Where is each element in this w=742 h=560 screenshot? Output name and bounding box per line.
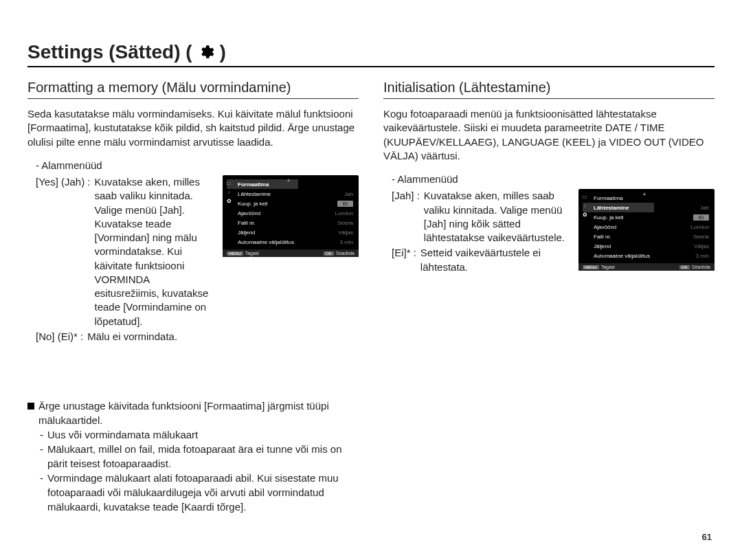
note-item: -Vormindage mälukaart alati fotoaparaadi… bbox=[40, 471, 359, 514]
formatting-submenus: - Alammenüüd [Yes] (Jah) : Kuvatakse ake… bbox=[27, 159, 359, 344]
lcd-menu-row: Automaatne väljalülitus3 min bbox=[227, 237, 355, 247]
back-label: Tagasi bbox=[601, 265, 615, 269]
lcd-side-icons: ▭ ♪ ✿ bbox=[225, 179, 232, 204]
formatting-intro: Seda kasutatakse mälu vormindamiseks. Ku… bbox=[27, 107, 359, 149]
lcd-item-value: Jah bbox=[700, 205, 709, 211]
init-no-desc: Setteid vaikeväärtustele ei lähtestata. bbox=[420, 246, 569, 274]
note-block: Ärge unustage käivitada funktsiooni [For… bbox=[27, 399, 359, 514]
yes-label: [Yes] (Jah) : bbox=[36, 175, 90, 328]
lcd-item-label: Ajavöönd bbox=[594, 224, 616, 230]
camera-lcd-formatting: ▴ ▭ ♪ ✿ FormaatimaLähtestamineJahKuup. j… bbox=[223, 175, 359, 257]
caret-up-icon: ▴ bbox=[287, 177, 290, 183]
lcd-menu-row: Formaatima bbox=[583, 193, 710, 203]
lcd-menu-row: Faili nr.Seeria bbox=[227, 218, 355, 227]
page-title-row: Settings (Sätted) ( ) bbox=[27, 41, 715, 67]
lcd-item-label: Ajavöönd bbox=[238, 210, 260, 216]
lcd-item-label: Jäljend bbox=[238, 229, 255, 236]
lcd-item-label: Faili nr. bbox=[594, 234, 611, 240]
note-lead-row: Ärge unustage käivitada funktsiooni [For… bbox=[27, 399, 359, 427]
lcd-item-label: Automaatne väljalülitus bbox=[238, 239, 294, 245]
init-yes-desc: Kuvatakse aken, milles saab valiku kinni… bbox=[424, 189, 569, 245]
gear-small-icon: ✿ bbox=[225, 197, 232, 204]
submenu-label-left: - Alammenüüd bbox=[27, 159, 359, 172]
lcd-menu-row: Formaatima bbox=[227, 179, 355, 189]
note-lead: Ärge unustage käivitada funktsiooni [For… bbox=[38, 399, 359, 427]
submenu-label-right: - Alammenüüd bbox=[383, 172, 715, 186]
lcd-menu-row: AjavööndLondon bbox=[583, 222, 710, 232]
init-intro: Kogu fotoaparaadi menüü ja funktsioonisä… bbox=[383, 107, 715, 163]
camera-lcd-init: ▴ ▭ ♪ ✿ FormaatimaLähtestamineJahKuup. j… bbox=[578, 189, 715, 271]
back-label: Tagasi bbox=[245, 251, 259, 256]
lcd-item-label: Formaatima bbox=[594, 195, 623, 201]
lcd-menu-row: AjavööndLondon bbox=[227, 208, 355, 218]
lcd-item-label: Faili nr. bbox=[238, 220, 256, 226]
yes-desc: Kuvatakse aken, milles saab valiku kinni… bbox=[94, 175, 213, 328]
lcd-item-value: Ei bbox=[693, 214, 709, 221]
no-desc: Mälu ei vormindata. bbox=[87, 330, 213, 344]
manual-page: Settings (Sätted) ( ) Formatting a memor… bbox=[0, 0, 742, 560]
set-label: Seadista bbox=[336, 251, 355, 256]
display-icon: ▭ bbox=[225, 179, 232, 186]
section-heading-formatting: Formatting a memory (Mälu vormindamine) bbox=[27, 80, 359, 99]
note-item-text: Uus või vormindamata mälukaart bbox=[47, 427, 198, 442]
lcd-item-label: Jäljend bbox=[594, 243, 611, 249]
dash-icon: - bbox=[40, 427, 43, 442]
lcd-menu-row: Kuup. ja kellEi bbox=[227, 199, 355, 208]
sound-icon: ♪ bbox=[581, 202, 588, 209]
display-icon: ▭ bbox=[581, 193, 588, 200]
lcd-footer: MENUTagasi OKSeadista bbox=[223, 249, 359, 257]
gear-icon bbox=[198, 44, 214, 60]
note-item-text: Mälukaart, millel on fail, mida fotoapar… bbox=[47, 442, 359, 471]
lcd-menu-row: Faili nr.Seeria bbox=[583, 232, 710, 241]
no-label: [No] (Ei)* : bbox=[36, 330, 83, 344]
ok-tag: OK bbox=[324, 251, 334, 256]
lcd-menu-row: Kuup. ja kellEi bbox=[583, 212, 710, 222]
left-column: Formatting a memory (Mälu vormindamine) … bbox=[27, 80, 359, 514]
note-items: -Uus või vormindamata mälukaart-Mälukaar… bbox=[27, 427, 359, 514]
lcd-item-label: Kuup. ja kell bbox=[238, 201, 268, 207]
formatting-yes-block: [Yes] (Jah) : Kuvatakse aken, milles saa… bbox=[27, 175, 213, 344]
lcd-item-value: London bbox=[335, 210, 353, 216]
dash-icon: - bbox=[40, 471, 43, 514]
note-item: -Mälukaart, millel on fail, mida fotoapa… bbox=[40, 442, 359, 471]
init-no-label: [Ei]* : bbox=[392, 246, 416, 274]
ok-tag: OK bbox=[679, 265, 690, 269]
lcd-item-value: 3 min bbox=[339, 239, 353, 245]
caret-up-icon: ▴ bbox=[643, 190, 646, 197]
lcd-item-value: 3 min bbox=[695, 253, 709, 259]
lcd-item-label: Lähtestamine bbox=[594, 205, 629, 211]
lcd-item-label: Lähtestamine bbox=[238, 191, 271, 197]
lcd-menu-row: Automaatne väljalülitus3 min bbox=[583, 251, 710, 260]
lcd-item-value: Seeria bbox=[693, 234, 709, 240]
note-item-text: Vormindage mälukaart alati fotoaparaadi … bbox=[47, 471, 359, 514]
lcd-item-value: Ei bbox=[337, 201, 353, 207]
square-bullet-icon bbox=[27, 403, 34, 410]
lcd-item-value: Väljas bbox=[338, 229, 353, 236]
lcd-menu-row: JäljendVäljas bbox=[583, 241, 710, 251]
init-submenus: - Alammenüüd [Jah] : Kuvatakse aken, mil… bbox=[383, 172, 715, 274]
lcd-menu-row: JäljendVäljas bbox=[227, 227, 355, 237]
sound-icon: ♪ bbox=[225, 188, 232, 195]
content-columns: Formatting a memory (Mälu vormindamine) … bbox=[27, 80, 715, 514]
init-options-text: [Jah] : Kuvatakse aken, milles saab vali… bbox=[383, 189, 569, 274]
page-title-text: Settings (Sätted) ( bbox=[27, 41, 192, 63]
page-title-close: ) bbox=[220, 41, 226, 63]
lcd-menu-row: LähtestamineJah bbox=[227, 189, 355, 199]
dash-icon: - bbox=[40, 442, 43, 471]
formatting-yes-row: [Yes] (Jah) : Kuvatakse aken, milles saa… bbox=[27, 175, 359, 344]
lcd-side-icons: ▭ ♪ ✿ bbox=[581, 193, 588, 218]
note-item: -Uus või vormindamata mälukaart bbox=[40, 427, 359, 442]
right-column: Initialisation (Lähtestamine) Kogu fotoa… bbox=[383, 80, 715, 514]
lcd-item-label: Automaatne väljalülitus bbox=[594, 253, 650, 259]
lcd-item-label: Formaatima bbox=[238, 181, 269, 188]
lcd-menu-row: LähtestamineJah bbox=[583, 203, 710, 212]
lcd-item-value: Väljas bbox=[694, 243, 709, 249]
menu-tag: MENU bbox=[227, 251, 243, 256]
init-yes-label: [Jah] : bbox=[392, 189, 420, 245]
lcd-item-value: London bbox=[690, 224, 709, 230]
lcd-item-value: Seeria bbox=[337, 220, 353, 226]
page-number: 61 bbox=[702, 532, 712, 542]
set-label: Seadista bbox=[692, 265, 710, 269]
menu-tag: MENU bbox=[583, 265, 599, 269]
lcd-footer: MENUTagasi OKSeadista bbox=[578, 263, 715, 271]
